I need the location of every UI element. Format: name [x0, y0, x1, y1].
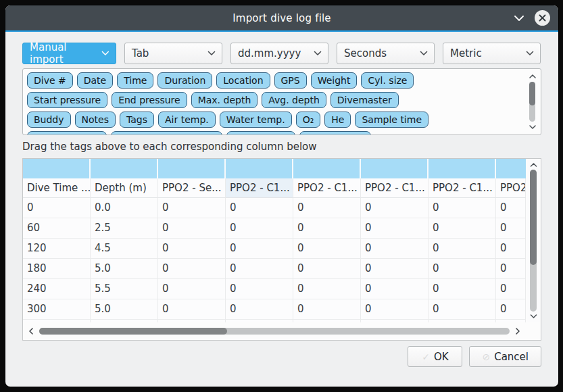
tag[interactable]: Dive #	[27, 72, 73, 89]
table-horizontal-scrollbar[interactable]	[23, 322, 526, 340]
drop-target-cell[interactable]	[361, 159, 429, 178]
tag[interactable]: Water temp.	[220, 112, 292, 128]
table-cell: 0	[361, 198, 429, 218]
table-cell: 0	[158, 299, 226, 320]
table-cell: 5.0	[91, 299, 158, 320]
tag[interactable]: Location	[216, 72, 270, 89]
column-header[interactable]: PPO2 - C1...	[293, 178, 361, 198]
h-scrollbar-thumb[interactable]	[39, 328, 227, 335]
tag[interactable]: Sample time	[355, 112, 429, 128]
table-cell: 0	[158, 239, 226, 259]
table-cell: 180	[23, 259, 91, 279]
tag[interactable]: O₂	[296, 112, 321, 128]
scrollbar-right-icon[interactable]	[514, 326, 522, 337]
combo-units[interactable]: Metric	[443, 43, 541, 64]
table-vertical-scrollbar[interactable]	[527, 160, 540, 322]
tag[interactable]: Cyl. size	[361, 72, 414, 89]
tag[interactable]: Tags	[120, 112, 154, 128]
table-cell: 300	[23, 299, 91, 320]
tag[interactable]: Divemaster	[331, 92, 399, 108]
tag-row: BuddyNotesTagsAir temp.Water temp.O₂HeSa…	[27, 112, 537, 128]
table-cell: 5.5	[91, 279, 158, 299]
column-header[interactable]: PPO2 - C1...	[429, 178, 496, 198]
table-cell: 2.5	[91, 218, 158, 239]
tag[interactable]: Date	[77, 72, 113, 89]
table-cell: 0	[226, 239, 293, 259]
combo-import-source[interactable]: Manual import	[22, 43, 116, 64]
table-cell: 0	[158, 198, 226, 218]
close-button[interactable]	[535, 10, 550, 26]
table-row: 00.0000000	[23, 198, 526, 218]
ok-button[interactable]: ✓ OK	[408, 346, 462, 367]
table-cell: 0	[293, 198, 361, 218]
tag[interactable]: Sample depth	[27, 131, 107, 134]
drop-target-cell[interactable]	[496, 159, 526, 178]
combo-field-separator[interactable]: Tab	[124, 43, 222, 64]
scrollbar-down-icon[interactable]	[527, 312, 540, 320]
table-grid: Dive Time ...Depth (m)PPO2 - Se...PPO2 -…	[23, 159, 526, 324]
scrollbar-up-icon[interactable]	[527, 161, 540, 169]
tag[interactable]: He	[324, 112, 351, 128]
tag[interactable]: Max. depth	[191, 92, 258, 108]
cancel-button[interactable]: ⊘ Cancel	[469, 346, 541, 367]
table-cell: 0	[429, 218, 496, 239]
scrollbar-left-icon[interactable]	[27, 326, 35, 337]
tag[interactable]: Sample pO₂	[226, 131, 295, 134]
drop-target-cell[interactable]	[226, 159, 293, 178]
scrollbar-up-icon[interactable]	[527, 72, 539, 80]
scrollbar-track[interactable]	[530, 170, 537, 312]
scrollbar-down-icon[interactable]	[527, 123, 539, 131]
tag-row: Start pressureEnd pressureMax. depthAvg.…	[27, 92, 537, 108]
drop-target-cell[interactable]	[429, 159, 496, 178]
tag[interactable]: Start pressure	[27, 92, 107, 108]
table-cell: 0	[361, 239, 429, 259]
tag-panel-scrollbar[interactable]	[527, 71, 539, 132]
combo-value: Manual import	[30, 41, 101, 66]
tag[interactable]: Time	[117, 72, 153, 89]
tag[interactable]: Notes	[75, 112, 116, 128]
tag[interactable]: Weight	[311, 72, 358, 89]
tag[interactable]: Buddy	[27, 112, 71, 128]
titlebar[interactable]: Import dive log file	[5, 5, 558, 30]
table-cell: 0	[429, 299, 496, 320]
combo-duration-format[interactable]: Seconds	[337, 43, 435, 64]
table-cell: 0	[429, 198, 496, 218]
tag[interactable]: Air temp.	[158, 112, 216, 128]
table-cell: 0	[293, 299, 361, 320]
window-title: Import dive log file	[232, 12, 331, 24]
table-cell: 0	[496, 259, 526, 279]
combo-value: Metric	[450, 47, 482, 59]
tag[interactable]: Avg. depth	[262, 92, 326, 108]
table-cell: 0	[293, 259, 361, 279]
scrollbar-track[interactable]	[39, 328, 510, 335]
table-cell: 0	[496, 279, 526, 299]
column-header[interactable]: Depth (m)	[91, 178, 158, 198]
table-row: 3005.0000000	[23, 299, 526, 320]
column-header[interactable]: Dive Time ...	[23, 178, 91, 198]
table-cell: 0	[429, 279, 496, 299]
tag[interactable]: GPS	[274, 72, 307, 89]
drop-target-cell[interactable]	[91, 159, 158, 178]
tag[interactable]: Duration	[157, 72, 212, 89]
combo-date-format[interactable]: dd.mm.yyyy	[230, 43, 328, 64]
drop-target-cell[interactable]	[293, 159, 361, 178]
column-header[interactable]: PPO2 - C1...	[361, 178, 429, 198]
tag[interactable]: Sample temperature	[111, 131, 222, 134]
drop-target-cell[interactable]	[158, 159, 226, 178]
tag[interactable]: Sample CNS	[299, 131, 371, 134]
ok-button-label: OK	[434, 351, 449, 363]
scrollbar-thumb[interactable]	[529, 82, 535, 105]
scrollbar-thumb[interactable]	[530, 170, 537, 265]
tag[interactable]: End pressure	[112, 92, 187, 108]
table-cell: 0	[226, 299, 293, 320]
shade-button[interactable]	[513, 12, 525, 24]
table-row: 1204.5000000	[23, 239, 526, 259]
column-header[interactable]: PPO2 - Se...	[158, 178, 226, 198]
scrollbar-track[interactable]	[529, 82, 535, 122]
combo-value: Seconds	[344, 47, 387, 59]
chevron-down-icon	[207, 51, 216, 56]
table-cell: 0	[496, 198, 526, 218]
column-header[interactable]: PPO2 - C1...	[226, 178, 293, 198]
drop-target-cell[interactable]	[23, 159, 91, 178]
column-header[interactable]: PPO2	[496, 178, 526, 198]
